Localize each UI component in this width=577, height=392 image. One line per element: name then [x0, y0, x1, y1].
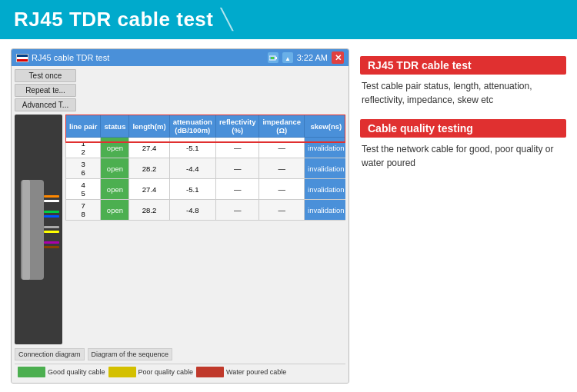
- header-slash: ╲: [221, 8, 233, 32]
- refl-1: —: [215, 138, 259, 158]
- pair-12: 12: [66, 138, 101, 158]
- mockup-titlebar-right: ▲ 3:22 AM ✕: [268, 51, 344, 64]
- mockup-titlebar: RJ45 cable TDR test ▲ 3:22 AM ✕: [12, 49, 349, 66]
- col-skew: skew(ns): [305, 115, 345, 138]
- poor-color-swatch: [108, 367, 136, 377]
- svg-text:▲: ▲: [285, 55, 291, 61]
- diagram-sequence-label: Diagram of the sequence: [88, 348, 173, 360]
- right-panel: RJ45 TDR cable test Test cable pair stat…: [360, 48, 566, 384]
- col-line-pair: line pair: [66, 115, 101, 138]
- svg-rect-9: [44, 215, 59, 218]
- table-row: 78 open 28.2 -4.8 — — invalidation: [66, 200, 346, 221]
- mockup-buttons: Test once Repeat te... Advanced T...: [15, 69, 345, 111]
- svg-rect-8: [44, 211, 59, 213]
- info-block-tdr: RJ45 TDR cable test Test cable pair stat…: [360, 56, 566, 107]
- table-row: 36 open 28.2 -4.4 — — invalidation: [66, 158, 346, 179]
- svg-rect-5: [22, 180, 30, 280]
- diagram-labels: Connection diagram Diagram of the sequen…: [15, 348, 345, 362]
- refl-3: —: [215, 179, 259, 200]
- content-area: RJ45 cable TDR test ▲ 3:22 AM ✕ Test onc…: [0, 39, 577, 390]
- close-icon[interactable]: ✕: [332, 51, 344, 64]
- water-color-swatch: [196, 367, 224, 377]
- results-table: line pair status length(m) attenuation(d…: [65, 115, 345, 221]
- mockup-legend: Good quality cable Poor quality cable Wa…: [15, 364, 345, 380]
- mockup-titlebar-left: RJ45 cable TDR test: [16, 53, 109, 62]
- atten-3: -5.1: [169, 179, 215, 200]
- skew-1: invalidation: [305, 138, 345, 158]
- tdr-block-text: Test cable pair status, length, attenuat…: [360, 79, 566, 107]
- legend-poor: Poor quality cable: [108, 367, 194, 377]
- imp-3: —: [259, 179, 305, 200]
- pair-45: 45: [66, 179, 101, 200]
- quality-block-text: Test the network cable for good, poor qu…: [360, 142, 566, 170]
- length-1: 27.4: [129, 138, 169, 158]
- legend-water: Water poured cable: [196, 367, 286, 377]
- quality-block-title: Cable quality testing: [360, 119, 566, 138]
- page-header: RJ45 TDR cable test ╲: [0, 0, 577, 39]
- svg-rect-11: [44, 231, 59, 233]
- imp-1: —: [259, 138, 305, 158]
- imp-2: —: [259, 158, 305, 179]
- svg-rect-2: [275, 57, 277, 59]
- skew-2: invalidation: [305, 158, 345, 179]
- status-open-3: open: [101, 179, 129, 200]
- status-open-4: open: [101, 200, 129, 221]
- skew-3: invalidation: [305, 179, 345, 200]
- legend-good-label: Good quality cable: [48, 368, 105, 376]
- connection-diagram-label: Connection diagram: [15, 348, 85, 360]
- length-4: 28.2: [129, 200, 169, 221]
- pair-78: 78: [66, 200, 101, 221]
- mockup-time: 3:22 AM: [297, 53, 328, 62]
- battery-icon: [268, 52, 278, 63]
- atten-4: -4.8: [169, 200, 215, 221]
- test-once-button[interactable]: Test once: [15, 69, 76, 82]
- legend-water-label: Water poured cable: [226, 368, 286, 376]
- svg-rect-12: [44, 241, 59, 244]
- mockup-screenshot: RJ45 cable TDR test ▲ 3:22 AM ✕ Test onc…: [11, 48, 349, 384]
- page-title: RJ45 TDR cable test: [14, 8, 213, 32]
- svg-rect-7: [44, 200, 59, 202]
- refl-2: —: [215, 158, 259, 179]
- info-block-quality: Cable quality testing Test the network c…: [360, 119, 566, 170]
- skew-4: invalidation: [305, 200, 345, 221]
- col-length: length(m): [129, 115, 169, 138]
- col-status: status: [101, 115, 129, 138]
- advanced-test-button[interactable]: Advanced T...: [15, 98, 76, 111]
- table-row: 45 open 27.4 -5.1 — — invalidation: [66, 179, 346, 200]
- mockup-main: line pair status length(m) attenuation(d…: [15, 115, 345, 344]
- col-attenuation: attenuation(dB/100m): [169, 115, 215, 138]
- length-3: 27.4: [129, 179, 169, 200]
- flag-icon: [16, 54, 28, 62]
- imp-4: —: [259, 200, 305, 221]
- svg-rect-13: [44, 246, 59, 248]
- mockup-title: RJ45 cable TDR test: [32, 53, 109, 62]
- legend-poor-label: Poor quality cable: [138, 368, 194, 376]
- status-open-2: open: [101, 158, 129, 179]
- pair-36: 36: [66, 158, 101, 179]
- tdr-block-title: RJ45 TDR cable test: [360, 56, 566, 75]
- good-color-swatch: [18, 367, 45, 377]
- wifi-icon: ▲: [282, 52, 293, 63]
- col-impedance: impedance(Ω): [259, 115, 305, 138]
- svg-rect-6: [44, 195, 59, 198]
- col-reflectivity: reflectivity(%): [215, 115, 259, 138]
- legend-good: Good quality cable: [18, 367, 105, 377]
- refl-4: —: [215, 200, 259, 221]
- mockup-body: Test once Repeat te... Advanced T...: [12, 66, 349, 383]
- data-table-container: line pair status length(m) attenuation(d…: [65, 115, 345, 344]
- table-row: 12 open 27.4 -5.1 — — invalidation: [66, 138, 346, 158]
- svg-rect-10: [44, 226, 59, 228]
- svg-rect-1: [271, 57, 274, 59]
- length-2: 28.2: [129, 158, 169, 179]
- atten-2: -4.4: [169, 158, 215, 179]
- cable-image: [15, 115, 62, 344]
- status-open-1: open: [101, 138, 129, 158]
- atten-1: -5.1: [169, 138, 215, 158]
- repeat-test-button[interactable]: Repeat te...: [15, 84, 76, 97]
